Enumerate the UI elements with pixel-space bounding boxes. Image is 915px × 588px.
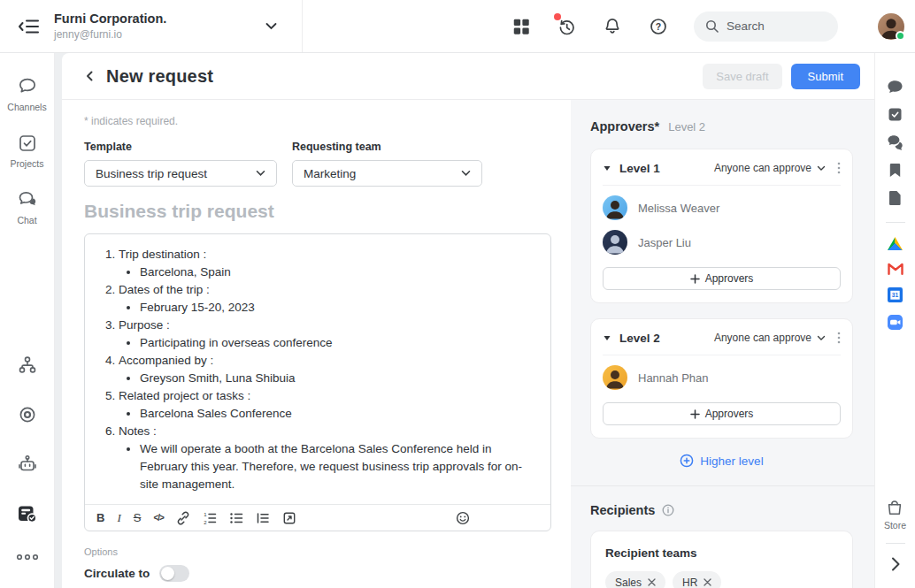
- avatar: [603, 365, 627, 390]
- ordered-list-icon[interactable]: 1 2: [203, 511, 217, 525]
- zoom-icon[interactable]: [888, 315, 903, 330]
- left-rail: Channels Projects Chat: [0, 53, 55, 588]
- more-icon[interactable]: [16, 553, 39, 561]
- online-status-dot: [896, 31, 905, 41]
- approver-name: Jasper Liu: [638, 236, 691, 249]
- apps-grid-icon[interactable]: [511, 17, 531, 36]
- kebab-menu-icon[interactable]: [834, 332, 841, 344]
- topbar: Furni Corporation. jenny@furni.io: [0, 0, 915, 53]
- user-avatar[interactable]: [878, 13, 904, 40]
- avatar: [603, 195, 627, 220]
- approvers-subtitle: Level 2: [668, 120, 705, 134]
- workspace-name: Furni Corporation.: [54, 11, 252, 26]
- add-approvers-button[interactable]: Approvers: [603, 267, 841, 290]
- add-approvers-button[interactable]: Approvers: [603, 402, 841, 425]
- sidebar-item-channels[interactable]: Channels: [7, 76, 46, 112]
- store-label: Store: [884, 520, 906, 531]
- sidebar-label: Channels: [7, 102, 46, 112]
- topbar-actions: ?: [511, 11, 915, 42]
- sidebar-item-projects[interactable]: Projects: [11, 133, 44, 169]
- bot-icon[interactable]: [17, 454, 38, 475]
- italic-icon[interactable]: I: [117, 511, 120, 525]
- record-icon[interactable]: [17, 404, 38, 425]
- workspace-switcher[interactable]: Furni Corporation. jenny@furni.io: [0, 0, 303, 52]
- recipients-title: Recipients: [590, 503, 655, 517]
- help-icon[interactable]: ?: [648, 16, 669, 37]
- bell-icon[interactable]: [602, 16, 623, 37]
- approvers-panel: Approvers* Level 2 Level 1: [571, 100, 874, 588]
- svg-text:1: 1: [204, 511, 207, 516]
- org-chart-icon[interactable]: [17, 355, 38, 376]
- recipients-card: Recipient teams Sales HR: [590, 531, 853, 588]
- approver-row[interactable]: Jasper Liu: [603, 230, 841, 255]
- google-drive-icon[interactable]: [888, 237, 903, 250]
- approval-rule-dropdown[interactable]: Anyone can approve: [714, 162, 826, 174]
- collapse-panel-chevron-icon[interactable]: [890, 556, 901, 572]
- back-icon[interactable]: [83, 69, 96, 83]
- request-body-list: Trip destination :Barcelona, Spain Dates…: [97, 246, 538, 493]
- insert-template-icon[interactable]: [282, 511, 296, 525]
- link-icon[interactable]: [176, 511, 190, 525]
- svg-text:?: ?: [656, 20, 661, 31]
- chevron-down-icon[interactable]: [265, 22, 277, 30]
- bullet-list-icon[interactable]: [229, 511, 243, 525]
- add-higher-level-button[interactable]: Higher level: [590, 454, 853, 468]
- strikethrough-icon[interactable]: S: [134, 511, 142, 524]
- google-calendar-icon[interactable]: 31: [888, 287, 903, 302]
- panel-document-icon[interactable]: [888, 190, 902, 206]
- search-bar[interactable]: [694, 11, 838, 42]
- sidebar-label: Projects: [11, 158, 44, 169]
- panel-chat-icon[interactable]: [887, 80, 903, 95]
- svg-text:31: 31: [892, 292, 899, 298]
- remove-tag-icon[interactable]: [704, 578, 711, 586]
- request-header: New request Save draft Submit: [62, 53, 874, 100]
- bold-icon[interactable]: B: [96, 511, 104, 524]
- request-doc-title: Business trip request: [84, 201, 553, 222]
- avatar: [603, 230, 627, 255]
- history-icon[interactable]: [556, 16, 577, 37]
- circulate-row: Circulate to: [84, 565, 553, 582]
- team-tag: HR: [673, 571, 721, 588]
- panel-threads-icon[interactable]: [887, 134, 903, 150]
- options-label: Options: [84, 546, 553, 557]
- approvals-icon-active[interactable]: [16, 503, 38, 524]
- rail-divider: [886, 222, 905, 223]
- toggle-list-icon[interactable]: [256, 511, 270, 525]
- approver-level-card: Level 1 Anyone can approve: [590, 149, 853, 303]
- template-select[interactable]: Business trip request: [84, 160, 277, 187]
- gmail-icon[interactable]: [888, 263, 903, 275]
- projects-icon: [17, 133, 38, 154]
- workspace-info: Furni Corporation. jenny@furni.io: [54, 11, 252, 41]
- required-note: * indicates required.: [84, 115, 553, 127]
- requesting-team-select[interactable]: Marketing: [292, 160, 482, 187]
- rail-divider: [886, 543, 905, 544]
- search-input[interactable]: [727, 19, 827, 33]
- approval-rule-dropdown[interactable]: Anyone can approve: [714, 332, 826, 344]
- code-icon[interactable]: </>: [153, 513, 163, 523]
- editor-content[interactable]: Trip destination :Barcelona, Spain Dates…: [85, 234, 550, 504]
- kebab-menu-icon[interactable]: [834, 162, 841, 174]
- approver-row[interactable]: Melissa Weaver: [603, 195, 841, 220]
- save-draft-button[interactable]: Save draft: [703, 64, 781, 89]
- collapse-sidebar-icon[interactable]: [18, 18, 41, 35]
- sidebar-item-chat[interactable]: Chat: [17, 189, 38, 225]
- level-name: Level 1: [619, 162, 660, 175]
- emoji-icon[interactable]: [456, 511, 470, 525]
- template-value: Business trip request: [96, 167, 207, 180]
- circulate-toggle[interactable]: [159, 565, 189, 582]
- notification-badge: [554, 13, 561, 20]
- info-icon[interactable]: [662, 504, 674, 516]
- store-button[interactable]: Store: [884, 498, 906, 531]
- panel-bookmark-icon[interactable]: [888, 163, 902, 178]
- new-request-card: New request Save draft Submit * indicate…: [62, 53, 874, 588]
- panel-tasks-icon[interactable]: [888, 107, 903, 122]
- approver-row[interactable]: Hannah Phan: [603, 365, 841, 390]
- collapse-caret-icon[interactable]: [603, 164, 611, 172]
- right-rail: 31 Store: [874, 53, 915, 588]
- submit-button[interactable]: Submit: [791, 64, 860, 89]
- rich-text-editor[interactable]: Trip destination :Barcelona, Spain Dates…: [84, 233, 551, 531]
- sidebar-label: Chat: [17, 215, 36, 225]
- collapse-caret-icon[interactable]: [603, 333, 611, 342]
- remove-tag-icon[interactable]: [648, 578, 656, 586]
- workspace-email: jenny@furni.io: [54, 28, 252, 41]
